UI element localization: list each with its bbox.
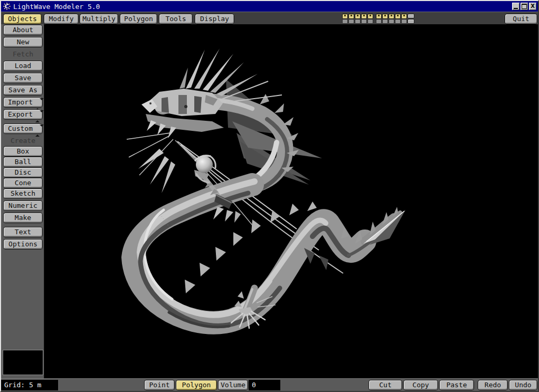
menu-bar: ObjectsModifyMultiplyPolygonToolsDisplay…: [1, 12, 538, 24]
sidebar-section-fetch: Fetch: [3, 50, 43, 60]
minimize-icon: [514, 8, 518, 9]
redo-button[interactable]: Redo: [478, 380, 508, 390]
sidebar-button-save[interactable]: Save: [3, 73, 43, 83]
sidebar-button-numeric[interactable]: Numeric: [3, 200, 43, 211]
maximize-button[interactable]: [521, 3, 528, 10]
cut-button[interactable]: Cut: [368, 380, 402, 390]
bank-button-top-5[interactable]: [367, 14, 373, 19]
bank-button-bottom-3[interactable]: [355, 19, 361, 24]
selection-count-readout: 0: [249, 380, 280, 390]
bank-button-top-9[interactable]: [395, 14, 401, 19]
bank-button-top-8[interactable]: [389, 14, 394, 19]
sidebar-button-make[interactable]: Make: [3, 213, 43, 223]
popup-arrows-icon: [35, 126, 40, 135]
title-bar: LightWave Modeler 5.0 X: [1, 1, 538, 12]
bank-page-up-button[interactable]: [408, 14, 414, 18]
menu-tab-multiply[interactable]: Multiply: [80, 14, 118, 24]
bank-led: [344, 15, 346, 16]
paste-button[interactable]: Paste: [439, 380, 474, 390]
sidebar: AboutNewFetchLoadSaveSave AsImportExport…: [1, 24, 44, 378]
sidebar-button-new[interactable]: New: [3, 37, 43, 47]
bank-led: [397, 15, 399, 16]
bank-button-bottom-1[interactable]: [342, 19, 348, 24]
sidebar-button-about[interactable]: About: [3, 25, 43, 35]
viewport-canvas[interactable]: [44, 24, 538, 378]
bank-button-bottom-8[interactable]: [389, 19, 394, 24]
bank-led: [370, 15, 371, 16]
bank-button-bottom-5[interactable]: [367, 19, 373, 24]
lightwave-logo-icon: [3, 2, 11, 11]
preview-box: [3, 350, 43, 375]
menu-tab-objects[interactable]: Objects: [3, 14, 42, 24]
menu-tab-tools[interactable]: Tools: [159, 14, 193, 24]
sidebar-button-text[interactable]: Text: [3, 227, 43, 237]
bank-button-bottom-10[interactable]: [401, 19, 407, 24]
maximize-icon: [522, 4, 527, 9]
sidebar-section-create: Create: [3, 136, 43, 147]
bank-button-top-6[interactable]: [376, 14, 382, 19]
window-title: LightWave Modeler 5.0: [13, 3, 100, 11]
copy-button[interactable]: Copy: [403, 380, 438, 390]
bank-selector: [342, 14, 411, 24]
popup-arrows-icon: [35, 112, 40, 121]
bank-led: [357, 15, 358, 16]
sidebar-button-box[interactable]: Box: [3, 146, 43, 157]
bank-led: [384, 15, 386, 16]
mode-button-volume[interactable]: Volume: [218, 380, 248, 390]
bank-led: [403, 15, 405, 16]
bank-button-bottom-4[interactable]: [361, 19, 367, 24]
close-button[interactable]: X: [529, 3, 536, 10]
sidebar-button-load[interactable]: Load: [3, 61, 43, 71]
sidebar-button-export[interactable]: Export: [3, 109, 43, 120]
sidebar-button-import[interactable]: Import: [3, 97, 43, 108]
menu-tab-modify[interactable]: Modify: [44, 14, 79, 24]
sidebar-button-custom[interactable]: Custom: [3, 123, 43, 134]
bank-button-bottom-7[interactable]: [382, 19, 388, 24]
menu-tab-polygon[interactable]: Polygon: [120, 14, 157, 24]
bank-button-top-1[interactable]: [342, 14, 348, 19]
dragon-model: [44, 24, 538, 378]
bank-button-top-7[interactable]: [382, 14, 388, 19]
bank-led: [363, 15, 365, 16]
mode-button-point[interactable]: Point: [144, 380, 175, 390]
undo-button[interactable]: Undo: [509, 380, 537, 390]
bank-page-down-button[interactable]: [408, 19, 414, 24]
grid-size-readout: Grid: 5 m: [1, 380, 58, 390]
bank-button-top-4[interactable]: [361, 14, 367, 19]
bank-button-bottom-6[interactable]: [376, 19, 382, 24]
status-bar: Grid: 5 m PointPolygonVolume 0 CutCopyPa…: [1, 378, 538, 391]
bank-led: [391, 15, 392, 16]
bank-button-top-3[interactable]: [355, 14, 361, 19]
sidebar-button-save-as[interactable]: Save As: [3, 85, 43, 95]
bank-button-bottom-2[interactable]: [348, 19, 354, 24]
sidebar-button-sketch[interactable]: Sketch: [3, 188, 43, 199]
sidebar-button-options[interactable]: Options: [3, 239, 43, 250]
bank-button-top-2[interactable]: [348, 14, 354, 19]
sidebar-button-cone[interactable]: Cone: [3, 178, 43, 188]
bank-button-top-10[interactable]: [401, 14, 407, 19]
menu-tab-display[interactable]: Display: [195, 14, 234, 24]
bank-led: [351, 15, 352, 16]
close-icon: X: [531, 4, 535, 9]
bank-button-bottom-9[interactable]: [395, 19, 401, 24]
minimize-button[interactable]: [512, 3, 519, 10]
popup-arrows-icon: [35, 100, 40, 109]
sidebar-button-ball[interactable]: Ball: [3, 157, 43, 167]
quit-button[interactable]: Quit: [505, 14, 537, 24]
mode-button-polygon[interactable]: Polygon: [176, 380, 217, 390]
sidebar-button-disc[interactable]: Disc: [3, 167, 43, 178]
bank-led: [378, 15, 380, 16]
